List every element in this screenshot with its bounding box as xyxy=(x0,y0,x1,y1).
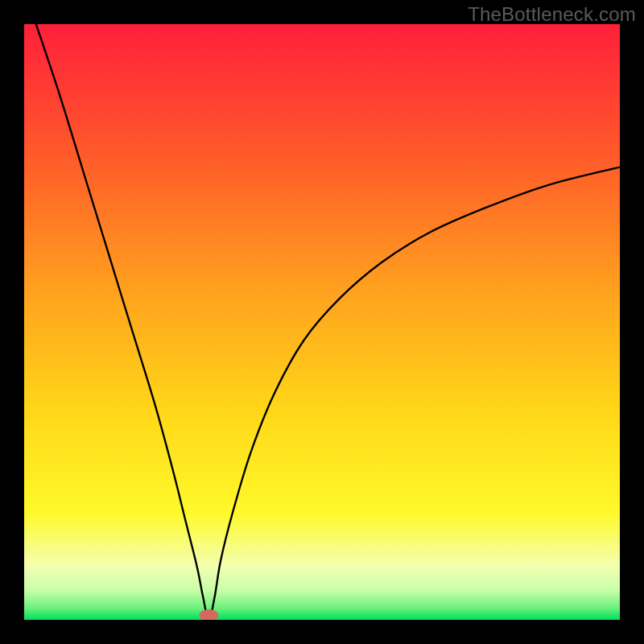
bottleneck-chart xyxy=(24,24,620,620)
watermark-text: TheBottleneck.com xyxy=(468,3,636,26)
chart-frame: TheBottleneck.com xyxy=(0,0,644,644)
chart-background-gradient xyxy=(24,24,620,620)
